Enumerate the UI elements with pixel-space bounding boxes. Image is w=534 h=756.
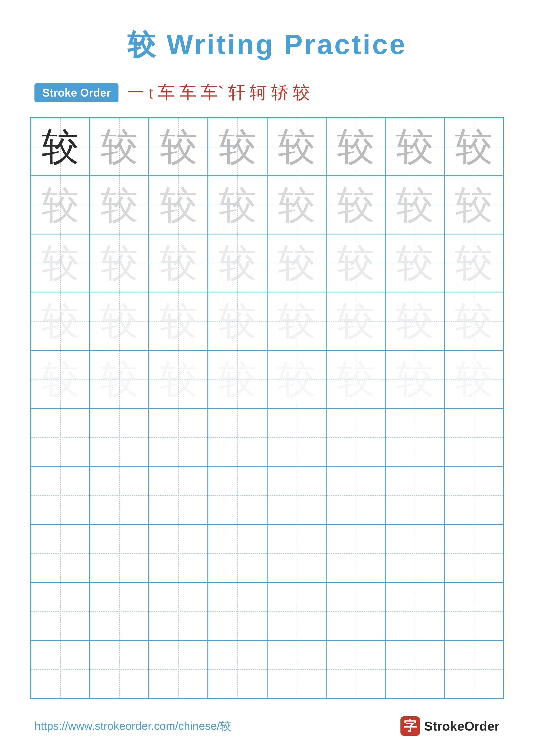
writing-cell[interactable] bbox=[385, 466, 444, 524]
writing-cell[interactable] bbox=[208, 640, 267, 698]
grid-cell[interactable]: 较 bbox=[208, 292, 267, 350]
stroke-3: 车 bbox=[158, 81, 175, 104]
writing-cell[interactable] bbox=[31, 640, 90, 698]
grid-cell[interactable]: 较 bbox=[326, 118, 385, 176]
writing-cell[interactable] bbox=[326, 408, 385, 466]
grid-cell[interactable]: 较 bbox=[31, 234, 90, 292]
writing-cell[interactable] bbox=[208, 524, 267, 582]
grid-cell[interactable]: 较 bbox=[267, 292, 326, 350]
writing-cell[interactable] bbox=[149, 408, 208, 466]
character-guide: 较 bbox=[337, 237, 374, 288]
writing-cell[interactable] bbox=[385, 582, 444, 640]
writing-cell[interactable] bbox=[31, 524, 90, 582]
grid-cell[interactable]: 较 bbox=[267, 350, 326, 408]
grid-cell[interactable]: 较 bbox=[208, 234, 267, 292]
writing-cell[interactable] bbox=[385, 524, 444, 582]
writing-cell[interactable] bbox=[267, 408, 326, 466]
grid-cell[interactable]: 较 bbox=[385, 292, 444, 350]
writing-cell[interactable] bbox=[90, 408, 149, 466]
writing-cell[interactable] bbox=[385, 640, 444, 698]
grid-cell[interactable]: 较 bbox=[90, 234, 149, 292]
character-guide: 较 bbox=[100, 179, 138, 230]
writing-cell[interactable] bbox=[267, 582, 326, 640]
grid-cell[interactable]: 较 bbox=[208, 176, 267, 234]
writing-cell[interactable] bbox=[444, 408, 503, 466]
character-guide: 较 bbox=[160, 237, 197, 288]
grid-cell[interactable]: 较 bbox=[326, 234, 385, 292]
writing-cell[interactable] bbox=[31, 408, 90, 466]
stroke-7: 轲 bbox=[250, 81, 267, 104]
grid-cell[interactable]: 较 bbox=[267, 176, 326, 234]
grid-cell[interactable]: 较 bbox=[90, 118, 149, 176]
character-display: 较 bbox=[41, 121, 79, 173]
writing-cell[interactable] bbox=[149, 466, 208, 524]
character-guide: 较 bbox=[396, 179, 434, 230]
writing-cell[interactable] bbox=[444, 640, 503, 698]
writing-cell[interactable] bbox=[267, 524, 326, 582]
writing-cell[interactable] bbox=[267, 640, 326, 698]
writing-cell[interactable] bbox=[444, 466, 503, 524]
grid-cell[interactable]: 较 bbox=[444, 292, 503, 350]
grid-cell[interactable]: 较 bbox=[149, 176, 208, 234]
writing-cell[interactable] bbox=[149, 524, 208, 582]
character-guide: 较 bbox=[100, 295, 138, 346]
grid-cell[interactable]: 较 bbox=[208, 350, 267, 408]
grid-cell[interactable]: 较 bbox=[326, 292, 385, 350]
writing-cell[interactable] bbox=[90, 524, 149, 582]
footer-url[interactable]: https://www.strokeorder.com/chinese/较 bbox=[35, 718, 231, 734]
grid-cell[interactable]: 较 bbox=[326, 176, 385, 234]
writing-cell[interactable] bbox=[149, 582, 208, 640]
stroke-order-badge: Stroke Order bbox=[35, 83, 118, 102]
grid-cell[interactable]: 较 bbox=[149, 350, 208, 408]
grid-cell[interactable]: 较 bbox=[385, 118, 444, 176]
grid-cell[interactable]: 较 bbox=[90, 350, 149, 408]
writing-cell[interactable] bbox=[149, 640, 208, 698]
writing-cell[interactable] bbox=[267, 466, 326, 524]
writing-cell[interactable] bbox=[90, 582, 149, 640]
strokeorder-logo-icon: 字 bbox=[400, 716, 420, 736]
writing-cell[interactable] bbox=[326, 524, 385, 582]
character-guide: 较 bbox=[455, 179, 493, 230]
grid-cell[interactable]: 较 bbox=[149, 118, 208, 176]
writing-cell[interactable] bbox=[90, 640, 149, 698]
character-guide: 较 bbox=[396, 237, 434, 288]
grid-cell[interactable]: 较 bbox=[385, 176, 444, 234]
writing-cell[interactable] bbox=[31, 582, 90, 640]
writing-cell[interactable] bbox=[444, 524, 503, 582]
grid-cell[interactable]: 较 bbox=[385, 350, 444, 408]
writing-cell[interactable] bbox=[444, 582, 503, 640]
grid-cell[interactable]: 较 bbox=[444, 234, 503, 292]
writing-cell[interactable] bbox=[90, 466, 149, 524]
grid-cell[interactable]: 较 bbox=[444, 118, 503, 176]
grid-cell[interactable]: 较 bbox=[149, 234, 208, 292]
writing-cell[interactable] bbox=[326, 640, 385, 698]
grid-cell[interactable]: 较 bbox=[208, 118, 267, 176]
grid-cell[interactable]: 较 bbox=[326, 350, 385, 408]
character-guide: 较 bbox=[455, 354, 493, 405]
character-guide: 较 bbox=[278, 121, 315, 173]
grid-cell[interactable]: 较 bbox=[444, 350, 503, 408]
writing-cell[interactable] bbox=[208, 466, 267, 524]
writing-cell[interactable] bbox=[385, 408, 444, 466]
grid-cell[interactable]: 较 bbox=[31, 118, 90, 176]
grid-cell[interactable]: 较 bbox=[444, 176, 503, 234]
page-title: 较 Writing Practice bbox=[127, 26, 407, 64]
grid-cell[interactable]: 较 bbox=[267, 118, 326, 176]
writing-cell[interactable] bbox=[326, 582, 385, 640]
stroke-order-row: Stroke Order 一 t 车 车 车` 轩 轲 轿 较 bbox=[26, 81, 508, 104]
grid-cell[interactable]: 较 bbox=[267, 234, 326, 292]
grid-cell[interactable]: 较 bbox=[149, 292, 208, 350]
character-guide: 较 bbox=[41, 179, 79, 230]
grid-cell[interactable]: 较 bbox=[31, 350, 90, 408]
grid-cell[interactable]: 较 bbox=[31, 292, 90, 350]
grid-cell[interactable]: 较 bbox=[385, 234, 444, 292]
writing-cell[interactable] bbox=[326, 466, 385, 524]
grid-cell[interactable]: 较 bbox=[31, 176, 90, 234]
writing-cell[interactable] bbox=[208, 408, 267, 466]
stroke-6: 轩 bbox=[228, 81, 245, 104]
writing-cell[interactable] bbox=[31, 466, 90, 524]
writing-cell[interactable] bbox=[208, 582, 267, 640]
stroke-order-chars: 一 t 车 车 车` 轩 轲 轿 较 bbox=[127, 81, 310, 104]
grid-cell[interactable]: 较 bbox=[90, 176, 149, 234]
grid-cell[interactable]: 较 bbox=[90, 292, 149, 350]
